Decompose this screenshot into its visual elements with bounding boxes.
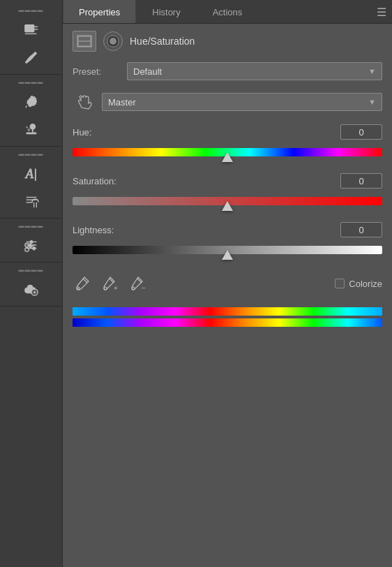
sidebar-group-label-edit: ▬▬▬▬ [19,267,44,273]
preset-select[interactable]: Default ▼ [127,62,382,80]
preset-value: Default [133,66,162,77]
sidebar-group-format: ▬▬▬▬ [0,220,62,263]
tab-actions[interactable]: Actions [197,0,259,23]
sidebar-group-type: ▬▬▬▬ A| [0,148,62,219]
hue-sat-icon [77,35,92,47]
channel-value: Master [108,97,136,108]
saturation-slider-container[interactable] [73,191,382,211]
cloud-icon [24,281,39,297]
tab-history[interactable]: History [136,0,196,23]
sidebar-item-type[interactable]: A| [10,161,52,186]
paragraph-icon [24,193,39,209]
channel-select[interactable]: Master ▼ [102,93,382,111]
channel-arrow-icon: ▼ [368,98,376,106]
color-bar-top [73,307,382,316]
saturation-section: Saturation: 0 [73,173,382,211]
adj-layer-icon [73,31,96,52]
mask-circle-icon [107,35,119,47]
panel-menu-icon[interactable]: ☰ [377,5,386,18]
svg-point-4 [25,61,28,64]
eyedropper-add-icon: + [102,275,119,292]
preset-arrow-icon: ▼ [368,67,376,75]
brush-icon [24,50,39,65]
hue-section: Hue: 0 [73,124,382,162]
hue-value-box[interactable]: 0 [340,124,382,140]
sidebar-item-stamp[interactable] [10,117,52,142]
sidebar-item-paragraph[interactable] [10,189,52,214]
svg-point-22 [30,241,33,244]
svg-point-5 [29,105,31,108]
sidebar: ▬▬▬▬ ▬▬▬▬ [0,0,63,567]
svg-rect-8 [26,133,36,135]
eyedropper-icon [74,275,91,292]
colorize-row: + − Colorize [73,274,382,293]
eyedropper-add-btn[interactable]: + [100,274,120,293]
svg-text:A|: A| [24,167,36,181]
hue-slider-container[interactable] [73,142,382,162]
svg-line-11 [26,126,27,128]
colorize-checkbox[interactable] [335,279,345,288]
eyedropper-sample-btn[interactable] [73,274,92,293]
hand-icon-svg [75,92,94,112]
sidebar-group-label-move: ▬▬▬▬ [19,7,44,13]
channel-row: Master ▼ [73,90,382,114]
settings-icon [24,237,39,253]
sidebar-group-label-type: ▬▬▬▬ [19,151,44,157]
preset-row: Preset: Default ▼ [73,62,382,80]
tab-properties[interactable]: Properties [63,0,136,23]
hand-tool-icon[interactable] [73,90,96,114]
sidebar-item-lasso[interactable] [10,89,52,114]
sidebar-item-settings[interactable] [10,233,52,258]
adj-header: Hue/Saturation [73,31,382,52]
eyedropper-group: + − [73,274,148,293]
eyedropper-subtract-btn[interactable]: − [128,274,148,293]
stamp-icon [24,122,39,137]
hue-thumb[interactable] [222,152,233,162]
saturation-value: 0 [359,176,363,186]
preset-label: Preset: [73,66,121,77]
sidebar-item-brush[interactable] [10,45,52,70]
colorize-label: Colorize [349,279,382,289]
panel-content: Hue/Saturation Preset: Default ▼ Master … [63,24,392,334]
sidebar-group-select: ▬▬▬▬ [0,76,62,147]
svg-point-10 [27,128,30,131]
saturation-header: Saturation: 0 [73,173,382,189]
svg-line-6 [25,105,27,108]
main-panel: Properties History Actions ☰ [63,0,392,567]
sidebar-group-edit: ▬▬▬▬ [0,264,62,307]
adj-mask-icon [103,31,123,51]
sidebar-group-move: ▬▬▬▬ [0,4,62,75]
lightness-slider-container[interactable] [73,240,382,260]
saturation-value-box[interactable]: 0 [340,173,382,189]
hue-header: Hue: 0 [73,124,382,140]
sidebar-item-move[interactable] [10,17,52,42]
color-bars [73,307,382,327]
colorize-check: Colorize [335,279,382,289]
move-icon [24,22,39,37]
svg-text:−: − [142,284,146,292]
lasso-icon [24,94,39,109]
sidebar-group-label-format: ▬▬▬▬ [19,223,44,229]
lightness-label: Lightness: [73,225,114,235]
svg-point-34 [110,38,116,45]
hue-value: 0 [359,127,363,138]
saturation-thumb[interactable] [222,201,233,211]
svg-text:+: + [114,284,118,292]
lightness-value-box[interactable]: 0 [340,222,382,237]
lightness-section: Lightness: 0 [73,222,382,260]
adj-title: Hue/Saturation [130,36,195,47]
lightness-header: Lightness: 0 [73,222,382,237]
hue-label: Hue: [73,127,91,138]
lightness-value: 0 [359,225,363,235]
tab-bar: Properties History Actions ☰ [63,0,392,24]
eyedropper-subtract-icon: − [130,275,146,292]
saturation-label: Saturation: [73,176,116,186]
sidebar-group-label-select: ▬▬▬▬ [19,79,44,85]
color-bar-bottom [73,318,382,327]
lightness-thumb[interactable] [222,250,233,260]
type-icon: A| [24,165,39,181]
sidebar-item-cloud[interactable] [10,277,52,302]
svg-point-7 [30,124,35,129]
svg-rect-0 [24,25,33,32]
